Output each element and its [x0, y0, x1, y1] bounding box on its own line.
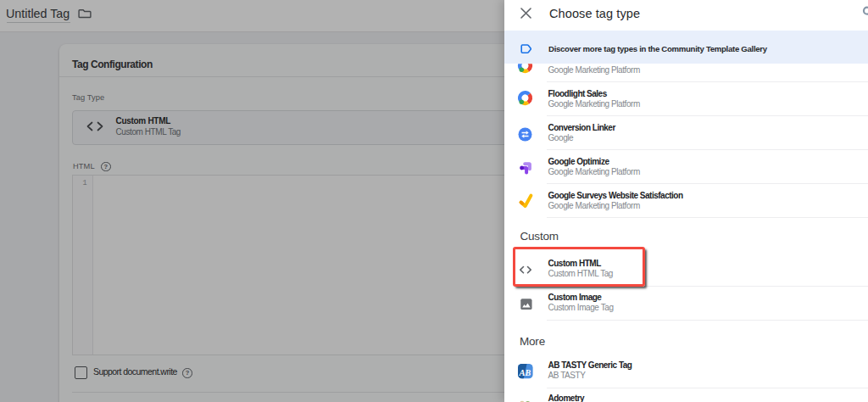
svg-text:A: A — [519, 367, 526, 377]
svg-text:B: B — [525, 368, 531, 377]
